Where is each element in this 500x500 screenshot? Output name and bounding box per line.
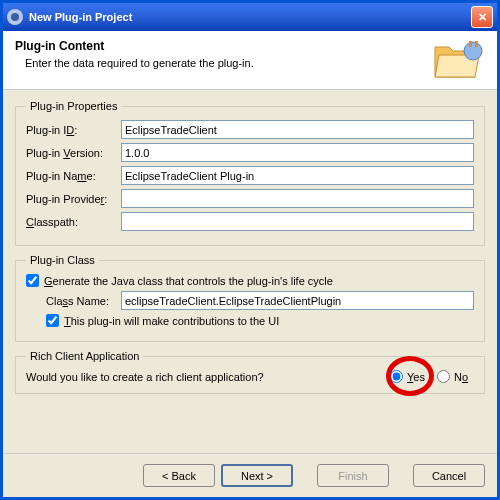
page-subtitle: Enter the data required to generate the … [25,57,254,69]
rich-client-legend: Rich Client Application [26,350,143,362]
page-title: Plug-in Content [15,39,254,53]
plugin-properties-legend: Plug-in Properties [26,100,121,112]
wizard-window: New Plug-in Project ✕ Plug-in Content En… [0,0,500,500]
rca-no-label: No [454,371,468,383]
button-bar: < Back Next > Finish Cancel [3,453,497,497]
close-button[interactable]: ✕ [471,6,493,28]
next-button[interactable]: Next > [221,464,293,487]
rca-yes-radio[interactable] [390,370,403,383]
eclipse-icon [7,9,23,25]
svg-point-1 [464,42,482,60]
wizard-content: Plug-in Properties Plug-in ID: Plug-in V… [3,90,497,453]
rich-client-group: Rich Client Application Would you like t… [15,350,485,394]
svg-point-0 [11,13,19,21]
folder-plugin-icon [433,39,485,81]
class-name-label: Class Name: [46,295,121,307]
generate-class-label: Generate the Java class that controls th… [44,275,333,287]
wizard-header: Plug-in Content Enter the data required … [3,31,497,90]
class-name-input[interactable] [121,291,474,310]
plugin-class-legend: Plug-in Class [26,254,99,266]
close-icon: ✕ [478,11,487,24]
ui-contrib-label: This plug-in will make contributions to … [64,315,279,327]
rca-no-radio[interactable] [437,370,450,383]
plugin-id-input[interactable] [121,120,474,139]
rca-no-wrap[interactable]: No [437,370,468,383]
plugin-provider-input[interactable] [121,189,474,208]
svg-rect-3 [475,41,478,47]
window-title: New Plug-in Project [29,11,132,23]
generate-class-checkbox[interactable] [26,274,39,287]
plugin-name-label: Plug-in Name: [26,170,121,182]
rca-question: Would you like to create a rich client a… [26,371,384,383]
titlebar: New Plug-in Project ✕ [3,3,497,31]
plugin-version-input[interactable] [121,143,474,162]
ui-contrib-checkbox[interactable] [46,314,59,327]
svg-rect-2 [469,41,472,47]
plugin-class-group: Plug-in Class Generate the Java class th… [15,254,485,342]
plugin-id-label: Plug-in ID: [26,124,121,136]
plugin-properties-group: Plug-in Properties Plug-in ID: Plug-in V… [15,100,485,246]
cancel-button[interactable]: Cancel [413,464,485,487]
back-button[interactable]: < Back [143,464,215,487]
plugin-provider-label: Plug-in Provider: [26,193,121,205]
classpath-label: Classpath: [26,216,121,228]
finish-button: Finish [317,464,389,487]
rca-yes-wrap[interactable]: Yes [390,370,425,383]
rca-yes-label: Yes [407,371,425,383]
plugin-version-label: Plug-in Version: [26,147,121,159]
plugin-name-input[interactable] [121,166,474,185]
classpath-input[interactable] [121,212,474,231]
